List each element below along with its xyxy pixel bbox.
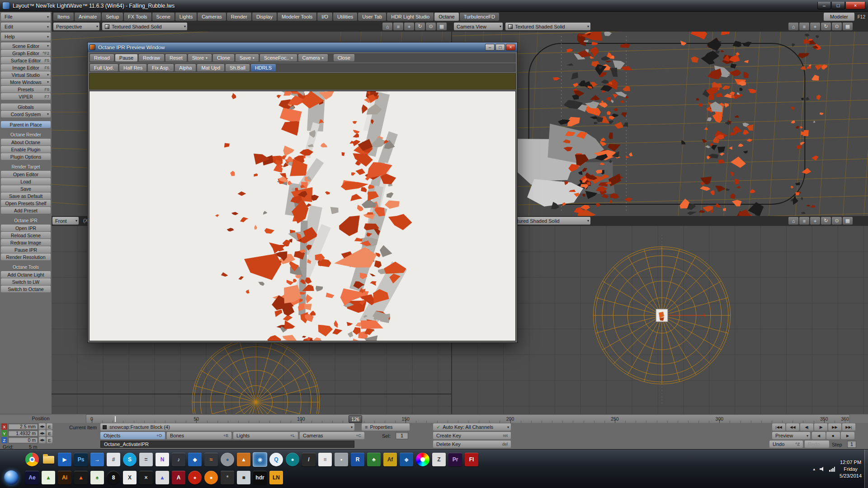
sidebar-item-viper[interactable]: VIPERF7 xyxy=(1,93,51,100)
taskbar-icon-app-music[interactable]: ♪ xyxy=(172,453,185,466)
taskbar-icon-lightwave-layout[interactable]: ◉ xyxy=(253,453,267,466)
z-envelope-button[interactable]: E xyxy=(47,437,52,443)
taskbar-icon-gear-app[interactable]: * xyxy=(221,471,234,484)
taskbar-icon-x-dark[interactable]: × xyxy=(139,471,153,484)
taskbar-clock[interactable]: 12:07 PM Friday 5/23/2014 xyxy=(840,459,862,479)
auto-key-check-icon[interactable]: ✓ xyxy=(436,424,440,430)
viewport-list-icon[interactable]: ≡ xyxy=(799,217,809,225)
viewport-zoom-icon[interactable]: ⊙ xyxy=(832,217,842,225)
viewport-expand-icon[interactable]: ▦ xyxy=(843,23,853,30)
taskbar-icon-calculator[interactable]: = xyxy=(139,453,153,466)
taskbar-icon-zbrush[interactable]: Z xyxy=(432,453,446,466)
timeline-ruler[interactable]: 050100150200250300350360126 xyxy=(86,414,850,423)
viewport-rotate-icon[interactable]: ↻ xyxy=(415,23,425,30)
viewport-home-icon[interactable]: ⌂ xyxy=(382,23,392,30)
ipr-button-clone[interactable]: Clone xyxy=(213,54,234,61)
create-key-button[interactable]: Create Key ret xyxy=(433,432,511,439)
tab-items[interactable]: Items xyxy=(53,13,74,21)
ipr-button-fix-asp[interactable]: Fix Asp. xyxy=(148,64,174,71)
sidebar-item-open-editor[interactable]: Open Editor xyxy=(1,171,51,178)
render-mode-dropdown-tl[interactable]: Textured Shaded Solid xyxy=(102,23,187,30)
edit-menu-button[interactable]: Edit xyxy=(1,23,51,31)
render-mode-dropdown-tr[interactable]: Textured Shaded Solid xyxy=(505,23,590,30)
modeler-button[interactable]: Modeler xyxy=(824,13,854,21)
ipr-button-full-upd[interactable]: Full Upd. xyxy=(90,64,118,71)
z-position-field[interactable]: 0 m xyxy=(8,437,38,443)
taskbar-icon-app-grid[interactable]: # xyxy=(107,453,120,466)
redo-button[interactable]: Redo xyxy=(805,441,829,448)
taskbar-icon-app-doc[interactable]: ≡ xyxy=(318,453,332,466)
tab-cameras[interactable]: Cameras xyxy=(198,13,226,21)
sidebar-item-scene-editor[interactable]: Scene Editor xyxy=(1,42,51,49)
taskbar-icon-ln-app[interactable]: LN xyxy=(269,471,283,484)
go-to-end-button[interactable]: ▶▶| xyxy=(842,423,855,431)
viewport-home-icon[interactable]: ⌂ xyxy=(788,217,798,225)
start-button[interactable] xyxy=(4,470,19,485)
sidebar-item-switch-to-lw[interactable]: Switch to LW xyxy=(1,278,51,285)
tray-expand-icon[interactable]: ▴ xyxy=(813,467,816,471)
taskbar-icon-explorer[interactable] xyxy=(42,453,55,466)
step-field[interactable]: 1 xyxy=(847,441,856,448)
taskbar-icon-af-app[interactable]: Af xyxy=(383,453,397,466)
maximize-icon[interactable]: □ xyxy=(831,2,845,9)
timeline-current-frame-handle[interactable]: 126 xyxy=(349,415,362,423)
taskbar-icon-eight-ball[interactable]: 8 xyxy=(107,471,120,484)
sidebar-item-surface-editor[interactable]: Surface EditorF5 xyxy=(1,57,51,64)
tab-lights[interactable]: Lights xyxy=(175,13,197,21)
tab-display[interactable]: Display xyxy=(252,13,277,21)
sidebar-item-presets[interactable]: PresetsF8 xyxy=(1,86,51,93)
viewport-rotate-icon[interactable]: ↻ xyxy=(821,23,831,30)
sidebar-item-add-octane-light[interactable]: Add Octane Light xyxy=(1,271,51,278)
tab-octane[interactable]: Octane xyxy=(434,13,458,21)
stop-button[interactable]: ■ xyxy=(826,432,840,439)
ipr-button-save[interactable]: Save▾ xyxy=(236,54,259,61)
y-envelope-button[interactable]: E xyxy=(47,430,52,436)
ipr-button-store[interactable]: Store▾ xyxy=(188,54,212,61)
tab-setup[interactable]: Setup xyxy=(102,13,123,21)
sidebar-item-save-as-default[interactable]: Save as Default xyxy=(1,192,51,199)
command-field[interactable]: Octane_ActivateIPR xyxy=(100,441,354,448)
go-to-start-button[interactable]: |◀◀ xyxy=(772,423,785,431)
sidebar-item-enable-plugin[interactable]: Enable Plugin xyxy=(1,146,51,153)
ipr-button-scenefoc[interactable]: SceneFoc..▾ xyxy=(260,54,297,61)
viewport-pan-icon[interactable]: + xyxy=(810,23,820,30)
sidebar-item-about-octane[interactable]: About Octane xyxy=(1,139,51,145)
taskbar-icon-media-player[interactable]: ▶ xyxy=(58,453,71,466)
edit-lights-button[interactable]: Lights +L xyxy=(233,432,298,439)
taskbar-icon-app-green-light[interactable]: ▲ xyxy=(42,471,55,484)
tab-fx-tools[interactable]: FX Tools xyxy=(124,13,151,21)
ipr-preview-image[interactable] xyxy=(89,91,516,341)
play-forward-button[interactable]: ▶ xyxy=(841,432,854,439)
show-desktop-button[interactable] xyxy=(864,450,868,488)
viewport-rotate-icon[interactable]: ↻ xyxy=(821,217,831,225)
viewport-expand-icon[interactable]: ▦ xyxy=(843,217,853,225)
viewport-home-icon[interactable]: ⌂ xyxy=(788,23,798,30)
taskbar-icon-app-green[interactable]: ♣ xyxy=(367,453,381,466)
y-position-field[interactable]: 1.4932 m xyxy=(8,430,38,436)
taskbar-icon-notepad[interactable]: N xyxy=(156,453,169,466)
taskbar-icon-tree-app[interactable]: ♠ xyxy=(90,471,104,484)
ipr-button-close[interactable]: Close xyxy=(334,54,354,61)
viewport-pan-icon[interactable]: + xyxy=(810,217,820,225)
ipr-minimize-icon[interactable]: – xyxy=(485,44,495,51)
tab-i-o[interactable]: I/O xyxy=(317,13,332,21)
network-icon[interactable] xyxy=(829,467,835,472)
volume-icon[interactable] xyxy=(820,467,825,472)
viewport-zoom-icon[interactable]: ⊙ xyxy=(426,23,436,30)
ipr-button-redraw[interactable]: Redraw xyxy=(139,54,164,61)
sidebar-item-plugin-options[interactable]: Plugin Options xyxy=(1,153,51,160)
taskbar-icon-a-app[interactable]: A xyxy=(172,471,185,484)
taskbar-icon-photoshop[interactable]: Ps xyxy=(74,453,88,466)
taskbar-icon-hat-app[interactable]: ▲ xyxy=(156,471,169,484)
viewport-list-icon[interactable]: ≡ xyxy=(393,23,403,30)
taskbar-icon-illustrator[interactable]: Ai xyxy=(58,471,71,484)
sidebar-item-parent-in-place[interactable]: Parent in Place xyxy=(1,121,51,128)
sidebar-item-reload-scene[interactable]: Reload Scene xyxy=(1,232,51,239)
previous-frame-button[interactable]: ◀| xyxy=(800,423,813,431)
ipr-button-mat-upd[interactable]: Mat Upd xyxy=(197,64,224,71)
file-menu-button[interactable]: File xyxy=(1,13,51,21)
taskbar-icon-flame-app[interactable]: ▲ xyxy=(74,471,88,484)
z-spinner-icon[interactable]: ◀▶ xyxy=(39,437,46,443)
sidebar-item-more-windows[interactable]: More Windows xyxy=(1,79,51,85)
view-type-dropdown-camera[interactable]: Camera View xyxy=(454,23,503,30)
